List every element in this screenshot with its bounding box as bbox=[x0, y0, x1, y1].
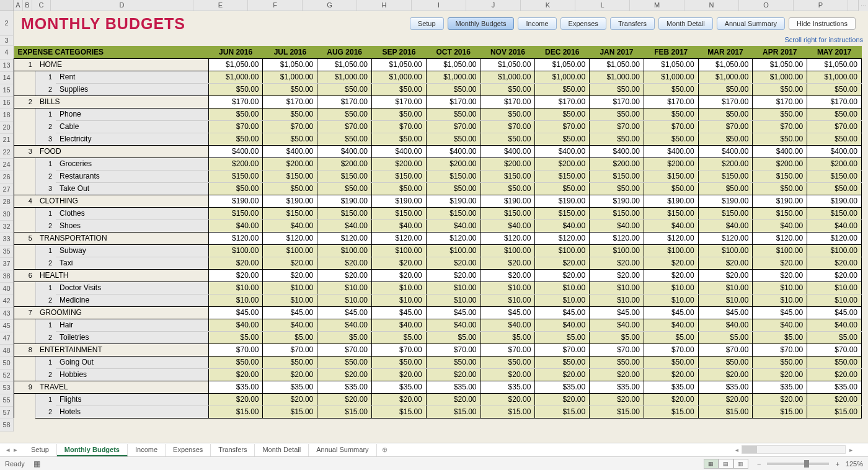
col-B[interactable]: B bbox=[23, 0, 32, 11]
nav-button-income[interactable]: Income bbox=[518, 17, 556, 30]
row-header[interactable]: 42 bbox=[0, 295, 13, 308]
row-header[interactable]: 2 bbox=[0, 11, 13, 36]
row-header[interactable]: 58 bbox=[0, 419, 13, 432]
subcategory-row[interactable]: 2Hobbies$20.00$20.00$20.00$20.00$20.00$2… bbox=[14, 368, 862, 381]
sheet-tab-setup[interactable]: Setup bbox=[24, 444, 57, 456]
zoom-slider-thumb[interactable] bbox=[804, 460, 809, 468]
row-header[interactable]: 3 bbox=[0, 36, 13, 46]
subcategory-row[interactable]: 2Hotels$15.00$15.00$15.00$15.00$15.00$15… bbox=[14, 406, 862, 418]
subcategory-row[interactable]: 1Groceries$200.00$200.00$200.00$200.00$2… bbox=[14, 157, 862, 170]
category-row[interactable]: 9TRAVEL$35.00$35.00$35.00$35.00$35.00$35… bbox=[14, 381, 862, 393]
sheet-tab-month-detail[interactable]: Month Detail bbox=[255, 444, 309, 456]
category-row[interactable]: 4CLOTHING$190.00$190.00$190.00$190.00$19… bbox=[14, 195, 862, 207]
category-row[interactable]: 5TRANSPORTATION$120.00$120.00$120.00$120… bbox=[14, 232, 862, 244]
tab-scroll-controls[interactable]: ◂ ▸ bbox=[0, 446, 24, 454]
row-header[interactable]: 35 bbox=[0, 246, 13, 258]
row-header[interactable]: 14 bbox=[0, 72, 13, 84]
nav-button-setup[interactable]: Setup bbox=[410, 17, 444, 30]
row-header[interactable]: 48 bbox=[0, 345, 13, 357]
col-G[interactable]: G bbox=[303, 0, 357, 11]
macro-recorder-icon[interactable]: ▦ bbox=[33, 459, 40, 468]
subcategory-row[interactable]: 2Toiletries$5.00$5.00$5.00$5.00$5.00$5.0… bbox=[14, 331, 862, 344]
col-A[interactable]: A bbox=[14, 0, 23, 11]
row-header[interactable]: 27 bbox=[0, 184, 13, 196]
subcategory-row[interactable]: 1Doctor Visits$10.00$10.00$10.00$10.00$1… bbox=[14, 282, 862, 294]
row-header[interactable]: 50 bbox=[0, 357, 13, 370]
row-header[interactable]: 52 bbox=[0, 370, 13, 382]
col-D[interactable]: D bbox=[51, 0, 193, 11]
row-header[interactable]: 53 bbox=[0, 382, 13, 394]
view-page-layout-icon[interactable]: ▤ bbox=[719, 459, 733, 469]
row-header[interactable]: 38 bbox=[0, 270, 13, 283]
tab-next-icon[interactable]: ▸ bbox=[12, 446, 19, 454]
view-page-break-icon[interactable]: ▥ bbox=[733, 459, 748, 469]
category-row[interactable]: 8ENTERTAINMENT$70.00$70.00$70.00$70.00$7… bbox=[14, 344, 862, 356]
col-K[interactable]: K bbox=[521, 0, 575, 11]
row-header[interactable]: 57 bbox=[0, 407, 13, 419]
nav-button-expenses[interactable]: Expenses bbox=[560, 17, 606, 30]
row-header[interactable]: 55 bbox=[0, 394, 13, 407]
category-row[interactable]: 3FOOD$400.00$400.00$400.00$400.00$400.00… bbox=[14, 145, 862, 157]
column-headers[interactable]: A B C D E F G H I J K L M N O P ⋯ bbox=[0, 0, 868, 11]
row-header[interactable]: 26 bbox=[0, 171, 13, 184]
scroll-right-icon[interactable]: ▸ bbox=[846, 446, 856, 453]
col-O[interactable]: O bbox=[739, 0, 794, 11]
row-header[interactable]: 47 bbox=[0, 332, 13, 345]
nav-button-month-detail[interactable]: Month Detail bbox=[658, 17, 713, 30]
row-header[interactable]: 32 bbox=[0, 221, 13, 233]
col-header-overflow-icon[interactable]: ⋯ bbox=[858, 0, 868, 11]
col-P[interactable]: P bbox=[794, 0, 848, 11]
sheet-tab-annual-summary[interactable]: Annual Summary bbox=[309, 444, 376, 456]
add-sheet-icon[interactable]: ⊕ bbox=[377, 444, 392, 456]
nav-button-monthly-budgets[interactable]: Monthly Budgets bbox=[448, 17, 515, 30]
row-headers[interactable]: 2341314151618202122242627283032333537384… bbox=[0, 11, 14, 432]
row-header[interactable]: 45 bbox=[0, 320, 13, 332]
row-header[interactable]: 30 bbox=[0, 208, 13, 221]
select-all-cell[interactable] bbox=[0, 0, 14, 11]
col-E[interactable]: E bbox=[193, 0, 248, 11]
subcategory-row[interactable]: 2Medicine$10.00$10.00$10.00$10.00$10.00$… bbox=[14, 294, 862, 306]
budget-table[interactable]: EXPENSE CATEGORIES JUN 2016 JUL 2016 AUG… bbox=[14, 46, 862, 419]
col-M[interactable]: M bbox=[630, 0, 684, 11]
nav-button-transfers[interactable]: Transfers bbox=[610, 17, 655, 30]
zoom-out-icon[interactable]: − bbox=[755, 460, 763, 468]
subcategory-row[interactable]: 2Cable$70.00$70.00$70.00$70.00$70.00$70.… bbox=[14, 120, 862, 133]
row-header[interactable]: 20 bbox=[0, 122, 13, 134]
row-header[interactable]: 16 bbox=[0, 97, 13, 109]
row-header[interactable]: 4 bbox=[0, 46, 13, 60]
subcategory-row[interactable]: 2Shoes$40.00$40.00$40.00$40.00$40.00$40.… bbox=[14, 219, 862, 232]
zoom-slider[interactable] bbox=[767, 463, 829, 465]
category-row[interactable]: 2BILLS$170.00$170.00$170.00$170.00$170.0… bbox=[14, 95, 862, 108]
zoom-level[interactable]: 125% bbox=[846, 460, 863, 468]
row-header[interactable]: 15 bbox=[0, 84, 13, 97]
scroll-left-icon[interactable]: ◂ bbox=[732, 446, 742, 453]
row-header[interactable]: 22 bbox=[0, 146, 13, 159]
row-header[interactable]: 28 bbox=[0, 196, 13, 208]
worksheet-area[interactable]: 2341314151618202122242627283032333537384… bbox=[0, 11, 868, 445]
category-row[interactable]: 6HEALTH$20.00$20.00$20.00$20.00$20.00$20… bbox=[14, 269, 862, 282]
sheet-tab-income[interactable]: Income bbox=[128, 444, 166, 456]
subcategory-row[interactable]: 3Electricity$50.00$50.00$50.00$50.00$50.… bbox=[14, 133, 862, 145]
row-header[interactable]: 40 bbox=[0, 283, 13, 295]
subcategory-row[interactable]: 1Clothes$150.00$150.00$150.00$150.00$150… bbox=[14, 207, 862, 219]
nav-button-hide-instructions[interactable]: Hide Instructions bbox=[789, 17, 856, 30]
col-N[interactable]: N bbox=[684, 0, 739, 11]
col-L[interactable]: L bbox=[575, 0, 630, 11]
subcategory-row[interactable]: 2Taxi$20.00$20.00$20.00$20.00$20.00$20.0… bbox=[14, 257, 862, 269]
subcategory-row[interactable]: 1Flights$20.00$20.00$20.00$20.00$20.00$2… bbox=[14, 393, 862, 406]
subcategory-row[interactable]: 1Hair$40.00$40.00$40.00$40.00$40.00$40.0… bbox=[14, 319, 862, 331]
row-header[interactable]: 43 bbox=[0, 308, 13, 320]
nav-button-annual-summary[interactable]: Annual Summary bbox=[717, 17, 785, 30]
row-header[interactable]: 13 bbox=[0, 60, 13, 72]
subcategory-row[interactable]: 1Rent$1,000.00$1,000.00$1,000.00$1,000.0… bbox=[14, 71, 862, 83]
category-row[interactable]: 1HOME$1,050.00$1,050.00$1,050.00$1,050.0… bbox=[14, 58, 862, 71]
sheet-tab-transfers[interactable]: Transfers bbox=[211, 444, 255, 456]
subcategory-row[interactable]: 2Restaurants$150.00$150.00$150.00$150.00… bbox=[14, 170, 862, 182]
subcategory-row[interactable]: 3Take Out$50.00$50.00$50.00$50.00$50.00$… bbox=[14, 182, 862, 195]
subcategory-row[interactable]: 1Subway$100.00$100.00$100.00$100.00$100.… bbox=[14, 244, 862, 257]
col-C[interactable]: C bbox=[32, 0, 51, 11]
scrollbar-thumb[interactable] bbox=[742, 446, 757, 453]
row-header[interactable]: 37 bbox=[0, 258, 13, 270]
sheet-tab-expenses[interactable]: Expenses bbox=[166, 444, 211, 456]
col-F[interactable]: F bbox=[248, 0, 303, 11]
